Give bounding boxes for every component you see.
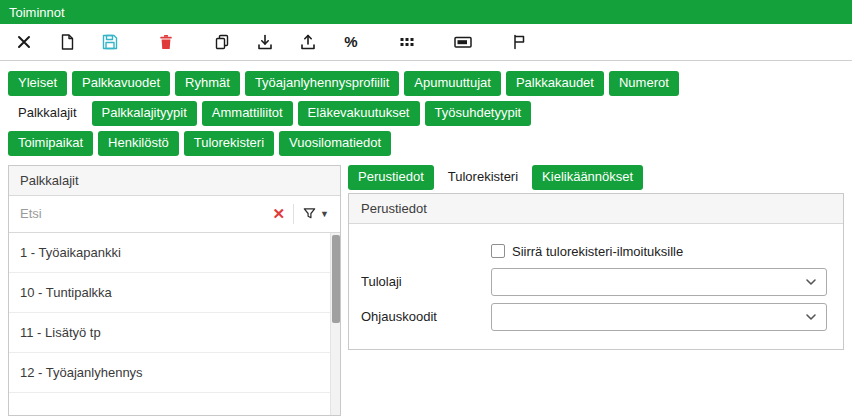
- tulolaji-field-row: Tulolaji: [361, 268, 827, 296]
- window-title: Toiminnot: [9, 5, 65, 20]
- palkkalajit-panel: Palkkalajit ✕ ▼ 1 - Työaikapankki 10 - T…: [8, 165, 341, 416]
- save-icon: [101, 33, 119, 51]
- delete-button[interactable]: [155, 30, 177, 54]
- tab-perustiedot[interactable]: Perustiedot: [348, 165, 434, 190]
- ohjauskoodit-select[interactable]: [491, 303, 827, 331]
- scrollbar-thumb[interactable]: [332, 235, 340, 323]
- download-icon: [256, 33, 274, 51]
- section-header: Perustiedot: [349, 194, 843, 224]
- list-item[interactable]: 12 - Työajanlyhennys: [9, 353, 340, 393]
- checkbox-label: Siirrä tulorekisteri-ilmoituksille: [512, 244, 683, 259]
- search-input[interactable]: [20, 206, 265, 221]
- flag-button[interactable]: [508, 30, 530, 54]
- trash-icon: [157, 33, 175, 51]
- tulolaji-select[interactable]: [491, 268, 827, 296]
- tab-apumuuttujat[interactable]: Apumuuttujat: [404, 71, 501, 96]
- tab-toimipaikat[interactable]: Toimipaikat: [8, 131, 93, 156]
- svg-text:%: %: [344, 33, 357, 50]
- title-bar: Toiminnot: [0, 0, 852, 24]
- checkbox-icon[interactable]: [491, 244, 505, 258]
- ohjauskoodit-label: Ohjauskoodit: [361, 309, 491, 324]
- upload-icon: [299, 33, 317, 51]
- tab-vuosilomatiedot[interactable]: Vuosilomatiedot: [279, 131, 391, 156]
- clear-search-button[interactable]: ✕: [270, 206, 289, 221]
- save-button[interactable]: [99, 30, 121, 54]
- tab-tyoajanlyhennysprofiilit[interactable]: Työajanlyhennysprofiilit: [245, 71, 399, 96]
- copy-icon: [213, 33, 231, 51]
- percent-icon: %: [342, 33, 360, 51]
- search-divider: [293, 204, 294, 224]
- chevron-down-icon: [804, 275, 818, 289]
- tab-tyosuhdetyypit[interactable]: Työsuhdetyypit: [425, 101, 532, 126]
- new-document-icon: [58, 33, 76, 51]
- list-item[interactable]: 11 - Lisätyö tp: [9, 313, 340, 353]
- nav-tabs: Yleiset Palkkavuodet Ryhmät Työajanlyhen…: [0, 61, 852, 156]
- tab-palkkalajit[interactable]: Palkkalajit: [8, 101, 87, 126]
- tab-ryhmat[interactable]: Ryhmät: [175, 71, 240, 96]
- flag-icon: [510, 33, 528, 51]
- tab-palkkakaudet[interactable]: Palkkakaudet: [506, 71, 604, 96]
- tab-tulorekisteri-detail[interactable]: Tulorekisteri: [438, 165, 528, 190]
- perustiedot-section: Perustiedot Siirrä tulorekisteri-ilmoitu…: [348, 193, 844, 350]
- card-button[interactable]: [452, 30, 474, 54]
- toolbar: %: [0, 24, 852, 61]
- upload-button[interactable]: [297, 30, 319, 54]
- ohjauskoodit-field-row: Ohjauskoodit: [361, 303, 827, 331]
- list-item[interactable]: 10 - Tuntipalkka: [9, 273, 340, 313]
- tab-palkkalajityypit[interactable]: Palkkalajityypit: [92, 101, 197, 126]
- palkkalajit-list: 1 - Työaikapankki 10 - Tuntipalkka 11 - …: [9, 233, 340, 415]
- list-item[interactable]: 1 - Työaikapankki: [9, 233, 340, 273]
- list-scrollbar[interactable]: [330, 233, 340, 415]
- detail-area: Perustiedot Tulorekisteri Kielikäännökse…: [348, 165, 844, 350]
- chevron-down-icon: [804, 310, 818, 324]
- tab-tulorekisteri[interactable]: Tulorekisteri: [184, 131, 274, 156]
- search-row: ✕ ▼: [9, 196, 340, 233]
- close-button[interactable]: [13, 30, 35, 54]
- filter-icon: [302, 206, 317, 221]
- tab-ammattiliitot[interactable]: Ammattiliitot: [202, 101, 293, 126]
- tab-yleiset[interactable]: Yleiset: [8, 71, 67, 96]
- tulorekisteri-checkbox-row[interactable]: Siirrä tulorekisteri-ilmoituksille: [491, 244, 827, 259]
- tulolaji-label: Tulolaji: [361, 274, 491, 289]
- nav-tab-row-3: Toimipaikat Henkilöstö Tulorekisteri Vuo…: [8, 131, 844, 156]
- tab-henkilosto[interactable]: Henkilöstö: [98, 131, 179, 156]
- tab-numerot[interactable]: Numerot: [609, 71, 679, 96]
- detail-tabs: Perustiedot Tulorekisteri Kielikäännökse…: [348, 165, 844, 190]
- section-content: Siirrä tulorekisteri-ilmoituksille Tulol…: [349, 224, 843, 349]
- close-icon: [15, 33, 33, 51]
- tab-kielikaannokset[interactable]: Kielikäännökset: [532, 165, 643, 190]
- new-document-button[interactable]: [56, 30, 78, 54]
- filter-button[interactable]: ▼: [299, 206, 332, 221]
- copy-button[interactable]: [211, 30, 233, 54]
- grid-menu-button[interactable]: [396, 30, 418, 54]
- nav-tab-row-2: Palkkalajit Palkkalajityypit Ammattiliit…: [8, 101, 844, 126]
- nav-tab-row-1: Yleiset Palkkavuodet Ryhmät Työajanlyhen…: [8, 71, 844, 96]
- download-button[interactable]: [254, 30, 276, 54]
- tab-palkkavuodet[interactable]: Palkkavuodet: [72, 71, 170, 96]
- filter-caret-icon: ▼: [320, 209, 329, 219]
- grid-icon: [398, 33, 416, 51]
- main-content: Palkkalajit ✕ ▼ 1 - Työaikapankki 10 - T…: [0, 161, 852, 416]
- percent-button[interactable]: %: [340, 30, 362, 54]
- tab-elakevakuutukset[interactable]: Eläkevakuutukset: [298, 101, 420, 126]
- left-panel-header: Palkkalajit: [9, 166, 340, 196]
- card-icon: [453, 33, 473, 51]
